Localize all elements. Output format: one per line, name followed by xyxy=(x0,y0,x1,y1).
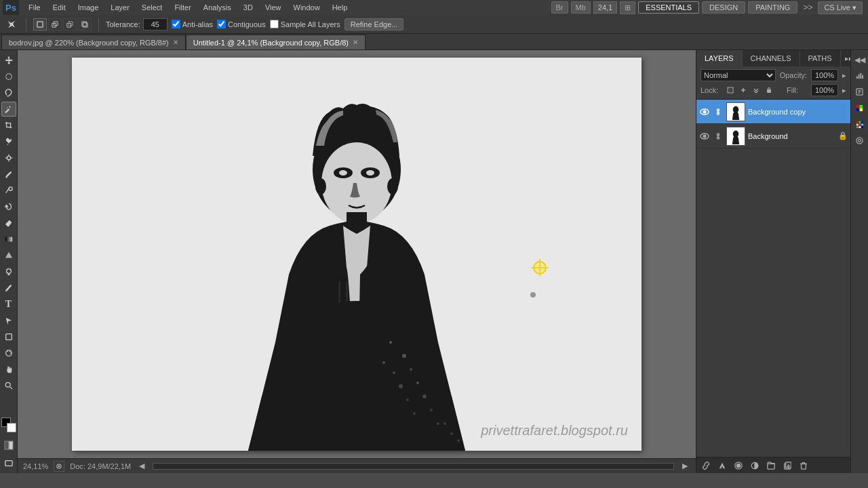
path-selection-btn[interactable] xyxy=(1,313,16,328)
svg-point-21 xyxy=(5,382,10,387)
styles-panel-btn[interactable] xyxy=(852,133,867,148)
shape-tool-btn[interactable] xyxy=(1,329,16,344)
menu-select[interactable]: Select xyxy=(136,2,168,13)
workspace-essentials-btn[interactable]: ESSENTIALS xyxy=(638,1,699,14)
delete-layer-btn[interactable] xyxy=(797,460,810,472)
new-selection-btn[interactable] xyxy=(33,18,47,30)
swatches-panel-btn[interactable] xyxy=(852,117,867,131)
tab-1-close[interactable]: ✕ xyxy=(353,39,358,46)
fill-input[interactable] xyxy=(811,84,838,96)
tolerance-input[interactable] xyxy=(143,18,167,30)
sample-all-layers-checkbox[interactable] xyxy=(270,20,279,28)
background-color[interactable] xyxy=(7,423,16,432)
svg-rect-84 xyxy=(768,464,774,469)
menu-window[interactable]: Window xyxy=(288,2,326,13)
contiguous-group[interactable]: Contiguous xyxy=(217,20,266,28)
cs-live-btn[interactable]: CS Live ▾ xyxy=(818,1,863,14)
opacity-input[interactable] xyxy=(811,69,838,81)
layer-visibility-bg-copy[interactable] xyxy=(699,106,710,117)
menu-image[interactable]: Image xyxy=(73,2,104,13)
hand-tool-btn[interactable] xyxy=(1,362,16,377)
blend-mode-select[interactable]: Normal Multiply Screen xyxy=(701,69,776,81)
quick-mask-btn[interactable] xyxy=(1,438,16,453)
zoom-display[interactable]: 24,1 xyxy=(593,1,617,14)
tab-0-close[interactable]: ✕ xyxy=(173,39,178,46)
tab-1[interactable]: Untitled-1 @ 24,1% (Background copy, RGB… xyxy=(186,35,366,49)
menu-analysis[interactable]: Analysis xyxy=(198,2,237,13)
contiguous-checkbox[interactable] xyxy=(217,20,226,28)
eraser-tool-btn[interactable] xyxy=(1,216,16,230)
histogram-panel-btn[interactable] xyxy=(852,68,867,83)
view-extras-btn[interactable] xyxy=(54,461,64,472)
create-group-btn[interactable] xyxy=(764,460,778,472)
eyedropper-tool-btn[interactable] xyxy=(1,134,16,149)
clone-stamp-btn[interactable] xyxy=(1,183,16,198)
sample-all-layers-group[interactable]: Sample All Layers xyxy=(270,20,340,28)
canvas-area[interactable]: privettrafaret.blogspot.ru xyxy=(18,50,696,458)
marquee-tool-btn[interactable] xyxy=(1,69,16,84)
magic-wand-tool-btn[interactable] xyxy=(1,102,16,117)
svg-point-53 xyxy=(393,371,395,374)
create-layer-btn[interactable] xyxy=(781,460,794,472)
scroll-bar-h[interactable] xyxy=(153,463,674,470)
history-brush-btn[interactable] xyxy=(1,199,16,214)
expand-btn[interactable]: >> xyxy=(800,1,815,14)
lock-transparent-btn[interactable] xyxy=(725,85,736,96)
menu-file[interactable]: File xyxy=(23,2,46,13)
anti-alias-group[interactable]: Anti-alias xyxy=(172,20,213,28)
layers-tab[interactable]: LAYERS xyxy=(696,50,743,66)
zoom-tool-btn[interactable] xyxy=(1,378,16,393)
screen-mode-btn[interactable] xyxy=(1,455,16,470)
workspace-painting-btn[interactable]: PAINTING xyxy=(748,1,797,14)
mini-bridge-btn[interactable]: Mb xyxy=(571,1,591,14)
menu-layer[interactable]: Layer xyxy=(105,2,135,13)
layer-item-background-copy[interactable]: Background copy xyxy=(696,100,850,124)
layer-chain-bg-copy[interactable] xyxy=(713,106,724,117)
scroll-right-btn[interactable]: ▶ xyxy=(679,461,690,472)
info-panel-btn[interactable] xyxy=(852,84,867,99)
menu-edit[interactable]: Edit xyxy=(47,2,71,13)
color-panel-btn[interactable] xyxy=(852,100,867,115)
layer-item-background[interactable]: Background 🔒 xyxy=(696,124,850,148)
workspace-design-btn[interactable]: DESIGN xyxy=(702,1,745,14)
add-layer-mask-btn[interactable] xyxy=(732,460,745,472)
3d-rotate-btn[interactable] xyxy=(1,346,16,361)
bridge-btn[interactable]: Br xyxy=(551,1,568,14)
fill-arrow[interactable]: ▸ xyxy=(842,86,846,95)
blur-tool-btn[interactable] xyxy=(1,248,16,263)
intersect-selection-btn[interactable] xyxy=(78,18,92,30)
crop-tool-btn[interactable] xyxy=(1,118,16,133)
panel-collapse-btn[interactable]: ◀◀ xyxy=(854,53,865,66)
lock-all-btn[interactable] xyxy=(764,85,774,96)
lock-image-btn[interactable] xyxy=(738,85,749,96)
layer-chain-bg[interactable] xyxy=(713,131,724,142)
refine-edge-btn[interactable]: Refine Edge... xyxy=(344,18,404,30)
subtract-selection-btn[interactable] xyxy=(63,18,77,30)
menu-filter[interactable]: Filter xyxy=(169,2,196,13)
create-adjustment-btn[interactable] xyxy=(748,460,762,472)
move-tool-btn[interactable] xyxy=(1,53,16,68)
link-layers-btn[interactable] xyxy=(699,460,713,472)
opacity-arrow[interactable]: ▸ xyxy=(842,71,846,80)
add-layer-style-btn[interactable] xyxy=(715,460,729,472)
channels-tab[interactable]: CHANNELS xyxy=(743,50,800,66)
layer-visibility-bg[interactable] xyxy=(699,131,710,142)
anti-alias-checkbox[interactable] xyxy=(172,20,180,28)
menu-help[interactable]: Help xyxy=(327,2,353,13)
brush-tool-btn[interactable] xyxy=(1,167,16,182)
scroll-left-btn[interactable]: ◀ xyxy=(136,461,147,472)
pen-tool-btn[interactable] xyxy=(1,281,16,296)
menu-3d[interactable]: 3D xyxy=(238,2,258,13)
menu-view[interactable]: View xyxy=(260,2,287,13)
paths-tab[interactable]: PATHS xyxy=(800,50,841,66)
dodge-tool-btn[interactable] xyxy=(1,264,16,279)
layout-icon[interactable]: ⊞ xyxy=(620,1,635,14)
gradient-tool-btn[interactable] xyxy=(1,232,16,247)
lasso-tool-btn[interactable] xyxy=(1,85,16,100)
add-selection-btn[interactable] xyxy=(48,18,62,30)
healing-brush-btn[interactable] xyxy=(1,150,16,165)
lock-position-btn[interactable] xyxy=(751,85,762,96)
tab-0[interactable]: bodrov.jpg @ 220% (Background copy, RGB/… xyxy=(1,35,186,49)
tool-options-icon[interactable] xyxy=(4,17,19,32)
type-tool-btn[interactable]: T xyxy=(1,297,16,312)
